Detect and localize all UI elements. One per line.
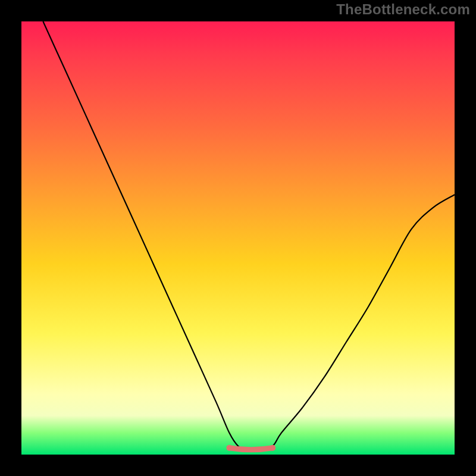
plot-area — [21, 21, 455, 455]
curve-svg — [21, 21, 455, 455]
chart-frame: TheBottleneck.com — [0, 0, 476, 476]
valley-highlight — [229, 448, 273, 450]
valley-dot-right — [270, 445, 275, 451]
watermark-text: TheBottleneck.com — [336, 1, 470, 18]
valley-dot-left — [226, 445, 232, 451]
bottleneck-curve-line — [43, 21, 455, 451]
